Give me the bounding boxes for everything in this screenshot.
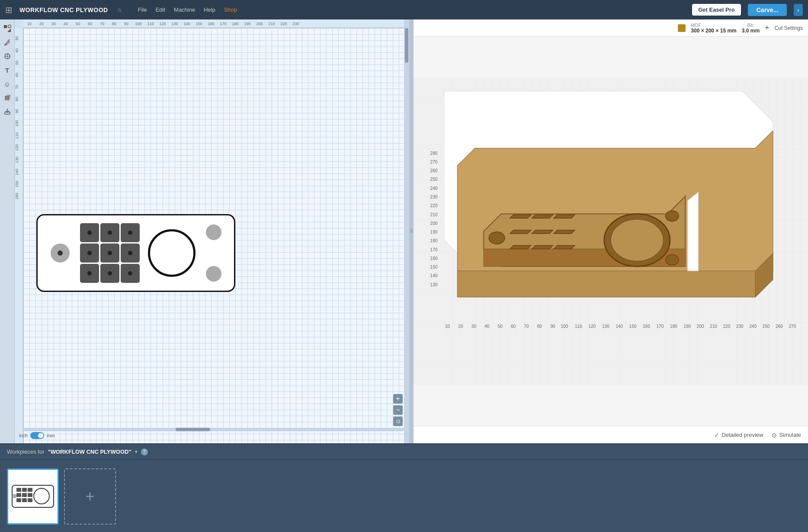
preview-area: MDF 300 × 200 × 15 mm Bit: 3.0 mm + Cut … [414, 19, 808, 443]
btn-3-2[interactable] [100, 264, 119, 283]
svg-text:190: 190 [430, 230, 438, 234]
design-canvas[interactable] [36, 214, 235, 292]
unit-toggle-switch[interactable] [30, 432, 44, 439]
unit-toggle[interactable]: inch mm [19, 432, 55, 439]
svg-text:130: 130 [430, 282, 438, 287]
svg-text:200: 200 [697, 324, 704, 329]
preview-svg: 10 20 30 40 50 60 70 80 90 100 110 120 1… [414, 37, 808, 426]
material-info: MDF 300 × 200 × 15 mm [691, 22, 736, 34]
svg-text:220: 220 [723, 324, 730, 329]
unit-inch-label: inch [19, 433, 28, 438]
unit-mm-label: mm [47, 433, 55, 438]
svg-rect-87 [22, 498, 27, 502]
zoom-in-button[interactable]: + [393, 394, 403, 404]
detailed-preview-button[interactable]: ✓ Detailed preview [714, 432, 763, 439]
emoji-tool[interactable]: ☺ [2, 78, 13, 90]
sim-icon: ⊙ [772, 432, 777, 439]
canvas-scrollbar-v[interactable] [404, 19, 409, 443]
svg-text:210: 210 [430, 212, 438, 217]
nav-shop[interactable]: Shop [224, 6, 237, 13]
svg-text:60: 60 [511, 324, 516, 329]
shapes-tool[interactable] [2, 23, 13, 34]
btn-3-3[interactable] [121, 264, 140, 283]
canvas-scrollbar-h[interactable] [23, 428, 404, 431]
svg-text:180: 180 [430, 238, 438, 243]
cut-settings-button[interactable]: Cut Settings [775, 25, 803, 31]
btn-2-2[interactable] [100, 244, 119, 263]
simulate-label: Simulate [779, 432, 801, 438]
material-size: 300 × 200 × 15 mm [691, 28, 736, 34]
btn-2-1[interactable] [80, 244, 99, 263]
svg-text:160: 160 [643, 324, 650, 329]
nav-edit[interactable]: Edit [156, 6, 165, 13]
svg-rect-7 [5, 96, 9, 100]
svg-marker-26 [554, 230, 575, 234]
scrollbar-thumb-h[interactable] [176, 428, 210, 431]
workpieces-dropdown-arrow[interactable]: ▾ [135, 449, 138, 455]
ruler-top: 1020 3040 5060 7080 90100 110120 130140 … [23, 19, 409, 28]
svg-text:30: 30 [471, 324, 477, 329]
svg-marker-27 [510, 245, 531, 249]
left-button[interactable] [51, 244, 70, 263]
add-plus-icon: + [85, 487, 94, 506]
svg-text:70: 70 [524, 324, 529, 329]
left-toolbar: T ☺ [0, 19, 15, 443]
svg-marker-35 [687, 192, 698, 271]
preview-bottom-bar: ✓ Detailed preview ⊙ Simulate [414, 426, 808, 443]
svg-point-31 [611, 219, 664, 261]
nav-file[interactable]: File [138, 6, 147, 13]
carve-arrow-button[interactable]: › [794, 4, 803, 16]
svg-text:140: 140 [430, 273, 438, 278]
carve-button[interactable]: Carve... [748, 4, 787, 16]
add-cut-button[interactable]: + [765, 23, 770, 32]
zoom-fit-button[interactable]: ⊡ [393, 417, 403, 426]
btn-1-2[interactable] [100, 223, 119, 242]
box-tool[interactable] [2, 92, 13, 103]
workpieces-label: Workpieces for [7, 449, 44, 455]
btn-2-3[interactable] [121, 244, 140, 263]
svg-rect-80 [16, 488, 21, 492]
svg-marker-21 [510, 215, 531, 218]
svg-text:280: 280 [430, 151, 438, 156]
bottom-right-circle[interactable] [206, 266, 221, 282]
workpieces-scroll[interactable]: + [0, 460, 808, 532]
get-easel-pro-button[interactable]: Get Easel Pro [692, 4, 741, 16]
nav-help[interactable]: Help [204, 6, 215, 13]
svg-point-90 [12, 494, 16, 498]
zoom-out-button[interactable]: − [393, 405, 403, 415]
big-circle[interactable] [148, 229, 196, 277]
check-icon: ✓ [714, 432, 719, 439]
button-grid [80, 223, 140, 283]
panel-divider[interactable]: ⠿ [409, 19, 414, 443]
workpiece-thumb-1[interactable] [7, 468, 59, 525]
svg-text:110: 110 [575, 324, 582, 329]
svg-line-3 [8, 39, 10, 41]
svg-text:240: 240 [430, 186, 438, 191]
svg-point-32 [666, 211, 679, 221]
pen-tool[interactable] [2, 37, 13, 48]
nav-machine[interactable]: Machine [174, 6, 195, 13]
btn-1-1[interactable] [80, 223, 99, 242]
bit-info: Bit: 3.0 mm [742, 22, 760, 34]
btn-1-3[interactable] [121, 223, 140, 242]
svg-text:10: 10 [445, 324, 450, 329]
text-tool[interactable]: T [2, 64, 13, 76]
circle-tool[interactable] [2, 51, 13, 62]
canvas-area[interactable]: 1020 3040 5060 7080 90100 110120 130140 … [15, 19, 409, 443]
svg-text:170: 170 [430, 247, 438, 252]
workpieces-header: Workpieces for "WORKFLOW CNC PLYWOOD" ▾ … [0, 444, 808, 460]
workpieces-info-icon[interactable]: ? [141, 449, 148, 455]
simulate-button[interactable]: ⊙ Simulate [772, 432, 801, 439]
svg-marker-25 [532, 230, 553, 234]
import-tool[interactable] [2, 106, 13, 117]
scrollbar-thumb-v[interactable] [405, 28, 408, 63]
star-icon[interactable]: ☆ [117, 6, 122, 13]
btn-3-1[interactable] [80, 264, 99, 283]
top-right-circle[interactable] [206, 224, 221, 240]
svg-text:120: 120 [588, 324, 596, 329]
zoom-controls: + − ⊡ [393, 394, 403, 426]
material-swatch[interactable] [678, 24, 686, 32]
workpiece-add-button[interactable]: + [64, 468, 116, 525]
svg-marker-28 [532, 245, 553, 249]
nav-menu: File Edit Machine Help Shop [138, 6, 237, 13]
